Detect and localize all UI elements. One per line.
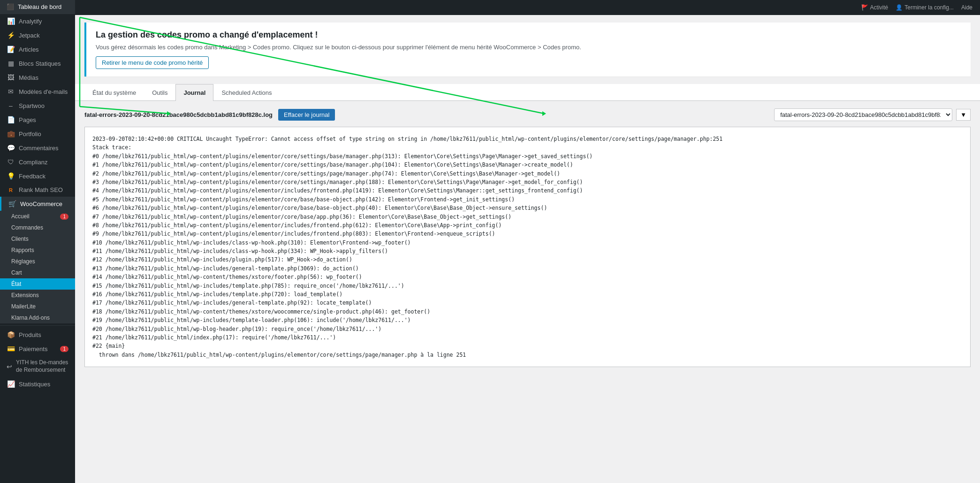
- sidebar-item-paiements[interactable]: 💳 Paiements 1: [0, 342, 75, 356]
- clear-log-button[interactable]: Effacer le journal: [278, 109, 335, 121]
- emails-icon: ✉: [7, 88, 15, 95]
- log-section: fatal-errors-2023-09-20-8cd21bace980c5dc…: [75, 101, 980, 375]
- sidebar-item-jetpack[interactable]: ⚡ Jetpack: [0, 28, 75, 42]
- articles-icon: 📝: [7, 46, 15, 53]
- submenu-label-reglages: Réglages: [11, 258, 35, 265]
- yith-icon: ↩: [7, 363, 12, 370]
- sidebar-item-complianz[interactable]: 🛡 Complianz: [0, 155, 75, 169]
- help-label: Aide: [961, 4, 972, 11]
- paiements-icon: 💳: [7, 345, 15, 353]
- tab-outils[interactable]: Outils: [144, 84, 175, 101]
- topbar-config[interactable]: 👤 Terminer la config...: [896, 4, 954, 11]
- woocommerce-icon: 🛒: [8, 200, 16, 207]
- sidebar-item-analytify[interactable]: 📊 Analytify: [0, 14, 75, 28]
- sidebar-item-feedback[interactable]: 💡 Feedback: [0, 169, 75, 183]
- sidebar-item-articles[interactable]: 📝 Articles: [0, 42, 75, 56]
- sidebar-label-paiements: Paiements: [19, 345, 47, 353]
- produits-icon: 📦: [7, 331, 15, 338]
- analytify-icon: 📊: [7, 17, 15, 25]
- notice-title: La gestion des codes promo a changé d'em…: [96, 30, 961, 40]
- notice-description: Vous gérez désormais les codes promo dan…: [96, 44, 961, 51]
- rank-math-icon: R: [7, 187, 15, 193]
- submenu-label-extensions: Extensions: [11, 292, 39, 299]
- feedback-icon: 💡: [7, 172, 15, 180]
- tab-etat-systeme[interactable]: État du système: [84, 84, 144, 101]
- sidebar-label-blocs: Blocs Statiques: [19, 60, 61, 67]
- accueil-badge: 1: [60, 214, 68, 220]
- sidebar-item-medias[interactable]: 🖼 Médias: [0, 70, 75, 84]
- submenu-rapports[interactable]: Rapports: [0, 245, 75, 256]
- remove-menu-button[interactable]: Retirer le menu de code promo hérité: [96, 56, 209, 69]
- sidebar-label-pages: Pages: [19, 116, 36, 123]
- sidebar-label-medias: Médias: [19, 74, 38, 81]
- sidebar-label-statistiques: Statistiques: [19, 381, 50, 388]
- submenu-label-klarna: Klarna Add-ons: [11, 314, 50, 321]
- log-filename: fatal-errors-2023-09-20-8cd21bace980c5dc…: [84, 111, 273, 118]
- log-content: 2023-09-20T02:10:42+00:00 CRITICAL Uncau…: [84, 127, 971, 367]
- sidebar-label-emails: Modèles d'e-mails: [19, 88, 68, 95]
- notice-banner: La gestion des codes promo a changé d'em…: [84, 23, 971, 77]
- topbar: 🚩 Activité 👤 Terminer la config... Aide: [75, 0, 980, 15]
- blocs-icon: ▦: [7, 60, 15, 67]
- log-file-select[interactable]: fatal-errors-2023-09-20-8cd21bace980c5dc…: [774, 108, 952, 121]
- submenu-label-etat: État: [11, 281, 21, 287]
- sidebar-item-statistiques[interactable]: 📈 Statistiques: [0, 377, 75, 391]
- tab-scheduled-actions[interactable]: Scheduled Actions: [213, 84, 280, 101]
- main-content: La gestion des codes promo a changé d'em…: [75, 15, 980, 483]
- submenu-label-accueil: Accueil: [11, 213, 30, 220]
- sidebar-item-spartwoo[interactable]: – Spartwoo: [0, 99, 75, 113]
- activity-icon: 🚩: [861, 4, 868, 11]
- submenu-commandes[interactable]: Commandes: [0, 222, 75, 233]
- sidebar-label-articles: Articles: [19, 46, 39, 53]
- paiements-badge: 1: [60, 346, 68, 352]
- config-icon: 👤: [896, 4, 903, 11]
- sidebar-item-rank-math[interactable]: R Rank Math SEO: [0, 183, 75, 197]
- activity-label: Activité: [870, 4, 889, 11]
- statistiques-icon: 📈: [7, 380, 15, 388]
- woocommerce-submenu: Accueil 1 Commandes Clients Rapports Rég…: [0, 211, 75, 323]
- sidebar-label-commentaires: Commentaires: [19, 145, 59, 152]
- submenu-label-cart: Cart: [11, 269, 22, 276]
- topbar-activity[interactable]: 🚩 Activité: [861, 4, 889, 11]
- submenu-label-clients: Clients: [11, 236, 29, 242]
- complianz-icon: 🛡: [7, 158, 15, 166]
- submenu-accueil[interactable]: Accueil 1: [0, 211, 75, 222]
- sidebar-item-woocommerce[interactable]: 🛒 WooCommerce: [0, 197, 75, 211]
- jetpack-icon: ⚡: [7, 31, 15, 39]
- submenu-etat[interactable]: État: [0, 278, 75, 290]
- wp-logo-icon: ⬛: [7, 3, 14, 10]
- config-label: Terminer la config...: [904, 4, 954, 11]
- sidebar-label-feedback: Feedback: [19, 173, 46, 180]
- tab-journal[interactable]: Journal: [175, 84, 213, 101]
- sidebar-logo[interactable]: ⬛ Tableau de bord: [0, 0, 75, 14]
- sidebar-item-modeles-emails[interactable]: ✉ Modèles d'e-mails: [0, 84, 75, 99]
- commentaires-icon: 💬: [7, 144, 15, 152]
- sidebar-item-produits[interactable]: 📦 Produits: [0, 328, 75, 342]
- sidebar-label-spartwoo: Spartwoo: [19, 102, 45, 109]
- pages-icon: 📄: [7, 116, 15, 123]
- sidebar-label-yith: YITH les De-mandes de Remboursement: [16, 359, 68, 374]
- submenu-cart[interactable]: Cart: [0, 267, 75, 278]
- log-header: fatal-errors-2023-09-20-8cd21bace980c5dc…: [84, 108, 971, 121]
- submenu-clients[interactable]: Clients: [0, 233, 75, 245]
- submenu-klarna[interactable]: Klarna Add-ons: [0, 312, 75, 323]
- sidebar-item-blocs-statiques[interactable]: ▦ Blocs Statiques: [0, 56, 75, 70]
- portfolio-icon: 💼: [7, 130, 15, 138]
- sidebar-label-complianz: Complianz: [19, 159, 47, 166]
- sidebar-item-portfolio[interactable]: 💼 Portfolio: [0, 127, 75, 141]
- topbar-help[interactable]: Aide: [961, 4, 972, 11]
- sidebar-item-yith[interactable]: ↩ YITH les De-mandes de Remboursement: [0, 356, 75, 377]
- submenu-reglages[interactable]: Réglages: [0, 256, 75, 267]
- sidebar-item-pages[interactable]: 📄 Pages: [0, 113, 75, 127]
- submenu-extensions[interactable]: Extensions: [0, 290, 75, 301]
- medias-icon: 🖼: [7, 74, 15, 81]
- submenu-mailerlite[interactable]: MailerLite: [0, 301, 75, 312]
- sidebar-item-commentaires[interactable]: 💬 Commentaires: [0, 141, 75, 155]
- submenu-label-rapports: Rapports: [11, 247, 34, 253]
- tabs-bar: État du système Outils Journal Scheduled…: [75, 84, 980, 101]
- submenu-label-mailerlite: MailerLite: [11, 303, 36, 310]
- log-select-arrow-button[interactable]: ▼: [956, 109, 971, 121]
- sidebar: ⬛ Tableau de bord 📊 Analytify ⚡ Jetpack …: [0, 0, 75, 483]
- sidebar-label-portfolio: Portfolio: [19, 130, 41, 138]
- sidebar-label-woocommerce: WooCommerce: [20, 200, 62, 207]
